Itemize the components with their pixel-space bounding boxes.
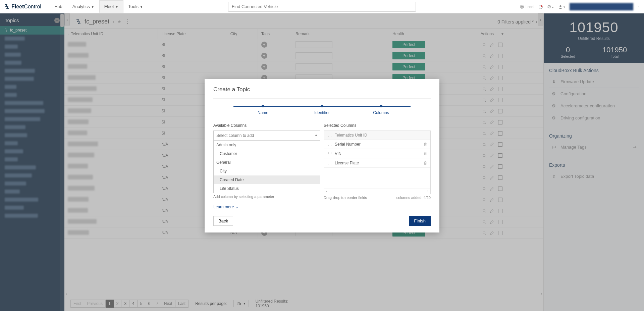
dropdown-item[interactable]: Customer [214, 149, 320, 158]
dropdown-item[interactable]: Life Status [214, 184, 320, 193]
dropdown-item[interactable]: City [214, 167, 320, 175]
top-nav: FleetControl Hub Analytics▼ Fleet▼ Tools… [0, 0, 644, 13]
chevron-down-icon: ⌄ [235, 205, 238, 209]
brand-sub: Control [24, 4, 41, 9]
svg-point-2 [541, 5, 542, 7]
learn-more-link[interactable]: Learn more⌄ [213, 205, 238, 209]
nav-right: Local ⚙▼ ▼ ▼ [520, 3, 640, 10]
dropdown-group: General [214, 158, 320, 167]
remove-column-button[interactable] [423, 142, 428, 147]
selected-columns-list: ⋮⋮Telematics Unit ID⋮⋮Serial Number⋮⋮VIN… [324, 131, 431, 194]
gear-icon[interactable]: ⚙▼ [547, 4, 554, 9]
user-icon[interactable]: ▼ [558, 4, 566, 9]
finish-button[interactable]: Finish [409, 216, 431, 226]
search-input[interactable] [228, 2, 416, 12]
selected-column-item[interactable]: ⋮⋮License Plate [324, 158, 430, 168]
notification-icon[interactable] [538, 4, 543, 9]
dropdown-group: Admin only [214, 141, 320, 149]
selected-column-item[interactable]: ⋮⋮Serial Number [324, 140, 430, 149]
selected-column-label: Telematics Unit ID [335, 133, 367, 138]
brand-logo[interactable]: FleetControl [4, 4, 41, 10]
logo-icon [4, 4, 9, 9]
wizard-stepper: Name Identifier Columns [233, 105, 411, 115]
selected-column-label: VIN [335, 151, 341, 156]
nav-tools[interactable]: Tools▼ [123, 0, 148, 13]
nav-fleet[interactable]: Fleet▼ [99, 0, 123, 13]
user-name-redacted[interactable] [570, 3, 633, 10]
drag-handle-icon[interactable]: ⋮⋮ [327, 152, 332, 155]
brand-bold: Fleet [11, 4, 24, 9]
available-columns-title: Available Columns [213, 123, 320, 128]
remove-column-button[interactable] [423, 160, 428, 165]
columns-added-counter: columns added: 4/20 [396, 196, 431, 200]
modal-title: Create a Topic [213, 86, 431, 99]
dropdown-item[interactable]: Created Date [214, 175, 320, 184]
create-topic-modal: Create a Topic Name Identifier Columns A… [205, 79, 439, 232]
caret-down-icon: ▼ [91, 5, 94, 9]
selected-list-scrollbar[interactable]: ‹› [324, 189, 430, 194]
locale-indicator[interactable]: Local [520, 4, 534, 9]
remove-column-button[interactable] [423, 151, 428, 156]
selected-columns-title: Selected Columns [324, 123, 431, 128]
global-search [228, 2, 416, 12]
selected-column-label: License Plate [335, 161, 359, 165]
selected-column-item[interactable]: ⋮⋮Telematics Unit ID [324, 131, 430, 140]
drag-handle-icon[interactable]: ⋮⋮ [327, 142, 332, 146]
step-name[interactable]: Name [233, 105, 292, 115]
caret-down-icon: ▼ [115, 5, 118, 9]
nav-analytics[interactable]: Analytics▼ [67, 0, 99, 13]
caret-up-icon[interactable]: ▲ [315, 133, 318, 137]
drag-handle-icon[interactable]: ⋮⋮ [327, 133, 332, 137]
caret-down-icon: ▼ [140, 5, 143, 9]
nav-hub[interactable]: Hub [49, 0, 67, 13]
drag-handle-icon[interactable]: ⋮⋮ [327, 161, 332, 165]
selected-column-item[interactable]: ⋮⋮VIN [324, 149, 430, 158]
globe-icon [520, 4, 524, 9]
step-columns[interactable]: Columns [352, 105, 411, 115]
back-button[interactable]: Back [213, 216, 233, 226]
caret-down-icon: ▼ [637, 5, 640, 8]
column-search-input[interactable] [213, 131, 320, 141]
drag-helper: Drag-drop to reorder fields [324, 196, 367, 200]
available-helper: Add column by selecting a parameter [213, 195, 320, 199]
step-identifier[interactable]: Identifier [292, 105, 352, 115]
svg-point-3 [560, 5, 561, 7]
available-columns-dropdown: Admin onlyCustomerGeneralCityCreated Dat… [213, 141, 320, 193]
nav-items: Hub Analytics▼ Fleet▼ Tools▼ [49, 0, 148, 13]
selected-column-label: Serial Number [335, 142, 361, 147]
